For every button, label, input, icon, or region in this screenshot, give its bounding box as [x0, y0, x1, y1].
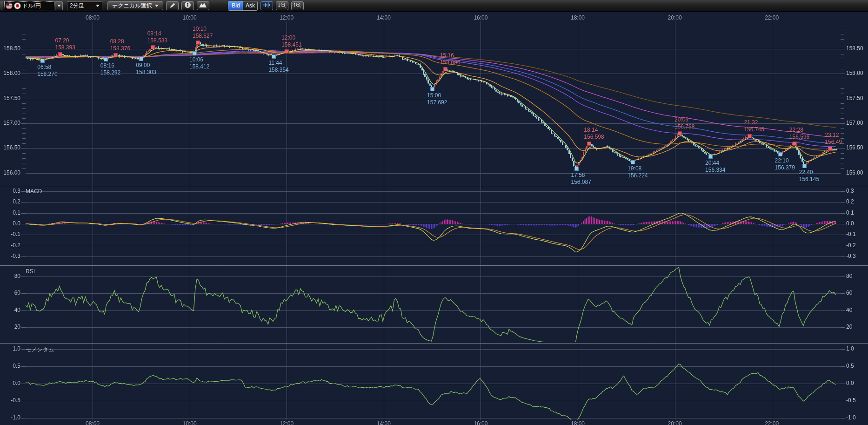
currency-pair-label: ドル/円 [22, 2, 41, 10]
magnifier-minus-icon [278, 2, 287, 10]
japan-flag-icon [14, 2, 21, 9]
chart-type-button[interactable] [197, 1, 209, 10]
timeframe-select[interactable]: 2分足 [67, 1, 102, 10]
pencil-icon [169, 2, 176, 10]
bid-ask-toggle: Bid Ask [228, 1, 258, 11]
volume-wave-button[interactable] [260, 1, 273, 10]
price-chart-canvas[interactable] [0, 0, 868, 425]
currency-pair-selector[interactable]: ドル/円 [4, 1, 54, 10]
chevron-down-icon [57, 5, 61, 7]
fx-chart-window: { "toolbar": { "pair_label": "ドル/円", "ti… [0, 0, 868, 425]
rsi-panel-title: RSI [26, 268, 35, 275]
ask-button[interactable]: Ask [243, 1, 257, 10]
macd-panel-title: MACD [26, 188, 42, 195]
mountain-chart-icon [199, 2, 207, 9]
chevron-down-icon [96, 5, 100, 7]
chevron-down-icon [155, 5, 159, 7]
info-button[interactable] [181, 1, 194, 10]
zoom-out-button[interactable] [276, 1, 288, 10]
toolbar: ドル/円 2分足 テクニカル選択 Bid Ask [0, 0, 868, 12]
timeframe-label: 2分足 [70, 2, 84, 10]
zoom-in-button[interactable] [291, 1, 304, 10]
window-icon[interactable] [0, 1, 3, 10]
technical-select-label: テクニカル選択 [112, 2, 152, 10]
waveform-icon [263, 2, 271, 9]
draw-pencil-button[interactable] [166, 1, 179, 10]
magnifier-plus-icon [293, 2, 302, 10]
us-flag-icon [6, 2, 13, 9]
technical-select-button[interactable]: テクニカル選択 [107, 1, 163, 10]
momentum-panel-title: モメンタム [26, 346, 54, 354]
bid-button[interactable]: Bid [228, 1, 243, 10]
info-icon [184, 1, 191, 10]
pair-dropdown-button[interactable] [55, 1, 63, 10]
